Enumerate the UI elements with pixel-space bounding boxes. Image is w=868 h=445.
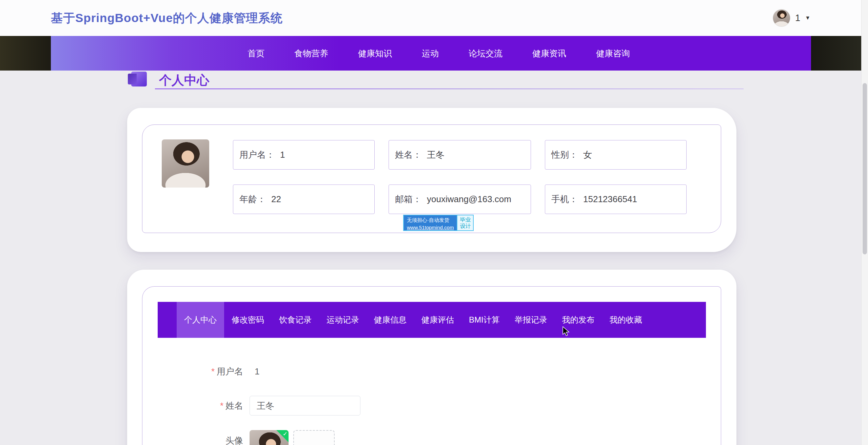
field-phone: 手机： 15212366541 (545, 185, 687, 214)
check-icon: ✓ (283, 430, 288, 438)
field-age-value: 22 (271, 194, 281, 205)
field-name-value: 王冬 (427, 149, 445, 161)
username-text: 1 (795, 13, 800, 23)
required-asterisk: * (211, 366, 215, 376)
profile-photo (162, 139, 209, 188)
section-bookmark-icon (131, 72, 147, 86)
tab-health-assessment[interactable]: 健康评估 (414, 302, 461, 338)
user-menu[interactable]: 1 ▼ (773, 0, 810, 36)
field-email-value: youxiwang@163.com (427, 194, 511, 205)
field-gender-value: 女 (583, 149, 592, 161)
field-age-label: 年龄： (239, 193, 266, 205)
profile-summary-card: 用户名： 1 姓名： 王冬 性别： 女 年龄： 22 邮箱： youxiwang… (127, 108, 736, 252)
form-username-label: *用户名 (127, 364, 243, 379)
field-gender-label: 性别： (551, 149, 578, 161)
tab-my-favorites[interactable]: 我的收藏 (602, 302, 650, 338)
tab-report-records[interactable]: 举报记录 (507, 302, 555, 338)
scrollbar-track[interactable] (861, 0, 868, 445)
ad-text: 无须担心·自动发货 www.51topmind.com (404, 215, 457, 230)
tab-personal-center[interactable]: 个人中心 (177, 302, 224, 338)
tab-bmi-calculator[interactable]: BMI计算 (461, 302, 507, 338)
page-title: 个人中心 (159, 72, 209, 89)
user-avatar[interactable] (773, 9, 790, 27)
nav-item-health-news[interactable]: 健康资讯 (532, 48, 566, 59)
field-username: 用户名： 1 (233, 140, 375, 170)
caret-down-icon[interactable]: ▼ (805, 15, 810, 21)
header: 基于SpringBoot+Vue的个人健康管理系统 1 ▼ (0, 0, 868, 36)
nav-item-forum[interactable]: 论坛交流 (469, 48, 502, 59)
field-name-label: 姓名： (395, 149, 421, 161)
nav-item-home[interactable]: 首页 (248, 48, 264, 59)
field-email: 邮箱： youxiwang@163.com (389, 185, 531, 214)
form-row-avatar: 头像 ✓ + (127, 430, 432, 445)
form-name-label: *姓名 (127, 396, 243, 415)
field-age: 年龄： 22 (233, 185, 375, 214)
avatar-upload-box[interactable]: + (293, 430, 335, 445)
nav-item-health-consult[interactable]: 健康咨询 (596, 48, 630, 59)
form-name-label-text: 姓名 (225, 401, 243, 411)
tab-health-info[interactable]: 健康信息 (367, 302, 414, 338)
screen: 基于SpringBoot+Vue的个人健康管理系统 1 ▼ 首页 食物营养 健康… (0, 0, 868, 445)
ad-line1: 无须担心·自动发货 (407, 216, 454, 224)
required-asterisk: * (220, 401, 223, 411)
personal-center-tabbar: 个人中心 修改密码 饮食记录 运动记录 健康信息 健康评估 BMI计算 举报记录… (158, 302, 706, 338)
ad-tag-line1: 毕业 (460, 216, 471, 223)
field-gender: 性别： 女 (545, 140, 687, 170)
tab-exercise-records[interactable]: 运动记录 (319, 302, 367, 338)
mouse-cursor-icon (563, 326, 571, 336)
scrollbar-thumb[interactable] (863, 83, 867, 254)
form-row-username: *用户名 1 (127, 364, 432, 379)
field-email-label: 邮箱： (395, 193, 421, 205)
form-row-name: *姓名 王冬 (127, 396, 432, 415)
ad-tag: 毕业 设计 (457, 215, 473, 230)
section-underline (155, 89, 744, 89)
name-input[interactable]: 王冬 (250, 396, 360, 415)
tab-my-posts[interactable]: 我的发布 (555, 302, 602, 338)
field-name: 姓名： 王冬 (389, 140, 531, 170)
form-avatar-thumbnail[interactable]: ✓ (250, 430, 289, 445)
main-nav: 首页 食物营养 健康知识 运动 论坛交流 健康资讯 健康咨询 (51, 36, 811, 71)
nav-item-sport[interactable]: 运动 (422, 48, 439, 59)
personal-center-card: 个人中心 修改密码 饮食记录 运动记录 健康信息 健康评估 BMI计算 举报记录… (127, 270, 736, 445)
field-phone-value: 15212366541 (583, 194, 637, 205)
nav-item-health-knowledge[interactable]: 健康知识 (358, 48, 392, 59)
field-username-value: 1 (280, 150, 285, 160)
form-username-value: 1 (255, 364, 259, 379)
form-avatar-label: 头像 (127, 435, 243, 445)
field-username-label: 用户名： (239, 149, 275, 161)
tab-change-password[interactable]: 修改密码 (224, 302, 272, 338)
tab-diet-records[interactable]: 饮食记录 (272, 302, 319, 338)
field-phone-label: 手机： (551, 193, 578, 205)
ad-badge[interactable]: 无须担心·自动发货 www.51topmind.com 毕业 设计 (403, 215, 474, 231)
ad-link[interactable]: www.51topmind.com (407, 224, 454, 231)
app-title: 基于SpringBoot+Vue的个人健康管理系统 (51, 0, 283, 36)
ad-tag-line2: 设计 (460, 223, 471, 229)
form-username-label-text: 用户名 (217, 366, 243, 376)
nav-item-food-nutrition[interactable]: 食物营养 (294, 48, 328, 59)
